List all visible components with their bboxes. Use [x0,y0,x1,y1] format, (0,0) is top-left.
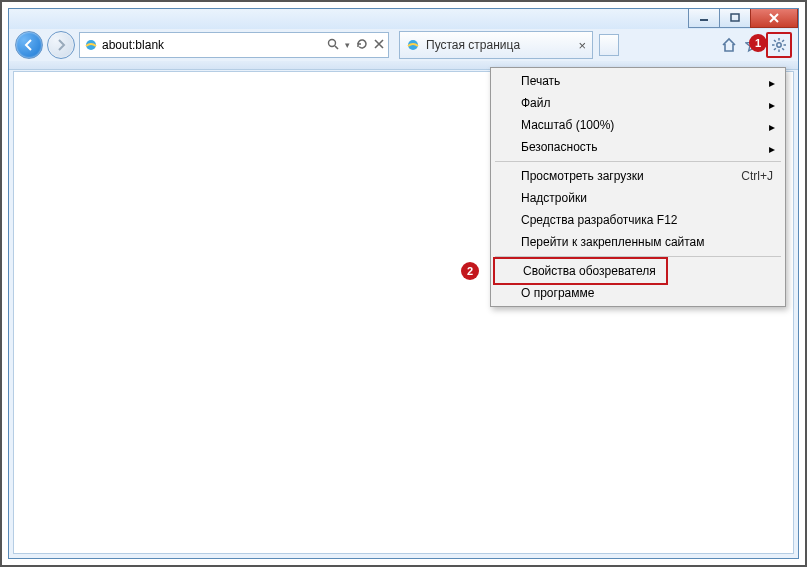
back-button[interactable] [15,31,43,59]
menu-label: Масштаб (100%) [521,118,614,132]
close-button[interactable] [750,9,798,28]
window-controls [689,9,798,28]
stop-icon[interactable] [374,38,384,52]
svg-point-6 [777,43,781,47]
menu-item-print[interactable]: Печать ▸ [493,70,783,92]
chevron-down-icon[interactable]: ▾ [345,40,350,50]
ie-logo-icon [84,38,98,52]
menu-item-internet-options[interactable]: Свойства обозревателя [493,257,668,285]
home-icon [721,37,737,53]
menu-item-devtools[interactable]: Средства разработчика F12 [493,209,783,231]
tools-button[interactable] [766,32,792,58]
menu-item-downloads[interactable]: Просмотреть загрузки Ctrl+J [493,165,783,187]
menu-label: Средства разработчика F12 [521,213,678,227]
menu-item-zoom[interactable]: Масштаб (100%) ▸ [493,114,783,136]
ie-logo-icon [406,38,420,52]
menu-item-pinned-sites[interactable]: Перейти к закрепленным сайтам [493,231,783,253]
menu-item-internet-options-wrap: 2 Свойства обозревателя [493,260,783,282]
menu-item-about[interactable]: О программе [493,282,783,304]
arrow-right-icon [54,38,68,52]
search-icon[interactable] [327,38,339,53]
menu-label: Просмотреть загрузки [521,169,644,183]
minimize-button[interactable] [688,9,720,28]
submenu-arrow-icon: ▸ [769,76,775,90]
svg-line-14 [782,40,784,42]
submenu-arrow-icon: ▸ [769,142,775,156]
callout-badge-2: 2 [461,262,479,280]
home-button[interactable] [718,34,740,56]
menu-label: О программе [521,286,594,300]
window-caption-bar [9,9,798,29]
menu-shortcut: Ctrl+J [741,169,773,183]
menu-item-addons[interactable]: Надстройки [493,187,783,209]
arrow-left-icon [22,38,36,52]
submenu-arrow-icon: ▸ [769,98,775,112]
menu-label: Печать [521,74,560,88]
tab-close-icon[interactable]: × [578,39,586,52]
submenu-arrow-icon: ▸ [769,120,775,134]
tools-menu: Печать ▸ Файл ▸ Масштаб (100%) ▸ Безопас… [490,67,786,307]
menu-label: Перейти к закрепленным сайтам [521,235,705,249]
gear-icon [771,37,787,53]
svg-line-13 [774,48,776,50]
svg-point-3 [329,39,336,46]
maximize-button[interactable] [719,9,751,28]
tab-title: Пустая страница [426,38,572,52]
svg-line-11 [774,40,776,42]
menu-item-file[interactable]: Файл ▸ [493,92,783,114]
address-right-icons: ▾ [327,38,384,53]
menu-item-safety[interactable]: Безопасность ▸ [493,136,783,158]
address-url: about:blank [102,38,323,52]
menu-separator [495,161,781,162]
svg-line-12 [782,48,784,50]
menu-label: Надстройки [521,191,587,205]
new-tab-button[interactable] [599,34,619,56]
svg-line-4 [335,46,338,49]
browser-tab[interactable]: Пустая страница × [399,31,593,59]
svg-rect-1 [731,14,739,21]
screenshot-frame: about:blank ▾ Пустая страница × [0,0,807,567]
ie-window: about:blank ▾ Пустая страница × [8,8,799,559]
refresh-icon[interactable] [356,38,368,53]
menu-label: Безопасность [521,140,598,154]
address-bar[interactable]: about:blank ▾ [79,32,389,58]
navigation-toolbar: about:blank ▾ Пустая страница × [9,29,798,61]
menu-label: Файл [521,96,551,110]
menu-label: Свойства обозревателя [523,264,656,278]
forward-button[interactable] [47,31,75,59]
callout-badge-1: 1 [749,34,767,52]
